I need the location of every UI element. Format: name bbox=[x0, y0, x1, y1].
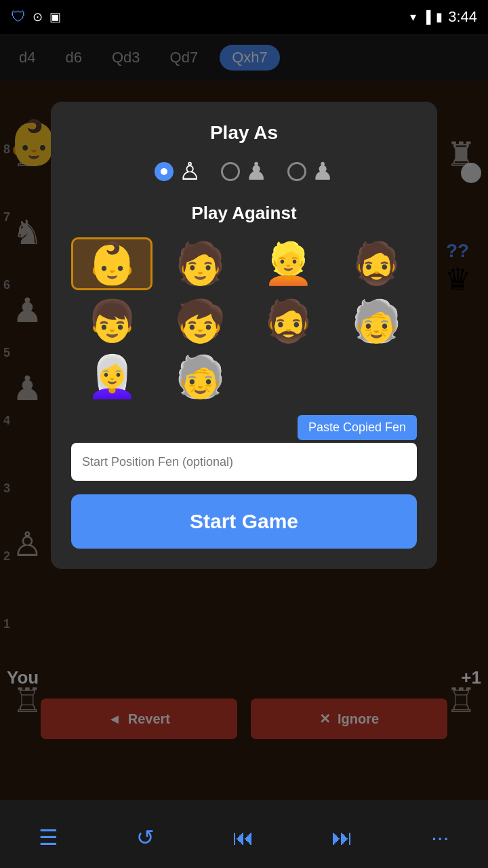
opponent-8[interactable]: 👩‍🦳 bbox=[71, 353, 152, 401]
black-piece-icon: ♟ bbox=[245, 157, 267, 186]
play-as-white-option[interactable]: ♙ bbox=[155, 157, 201, 186]
play-as-black-option[interactable]: ♟ bbox=[221, 157, 267, 186]
dots-icon: ⊙ bbox=[33, 9, 43, 24]
opponent-7-emoji: 🧓 bbox=[351, 301, 402, 342]
opponent-4-emoji: 👦 bbox=[87, 301, 138, 342]
opponent-9-emoji: 🧓 bbox=[175, 357, 226, 397]
bottom-nav: ☰ ↺ ⏮ ⏭ ··· bbox=[0, 807, 488, 868]
play-against-title: Play Against bbox=[191, 203, 296, 224]
opponent-1[interactable]: 🧑 bbox=[159, 237, 241, 290]
radio-white[interactable] bbox=[155, 162, 174, 181]
nav-prev-icon[interactable]: ⏮ bbox=[232, 825, 254, 850]
start-game-button[interactable]: Start Game bbox=[71, 494, 417, 549]
play-as-random-option[interactable]: ♟ bbox=[287, 157, 333, 186]
nav-more-icon[interactable]: ··· bbox=[431, 825, 449, 850]
opponent-4[interactable]: 👦 bbox=[71, 297, 152, 346]
shield-icon: 🛡 bbox=[11, 8, 26, 26]
status-bar-left: 🛡 ⊙ ▣ bbox=[11, 8, 61, 26]
status-bar: 🛡 ⊙ ▣ ▾ ▐ ▮ 3:44 bbox=[0, 0, 488, 34]
opponent-3-emoji: 🧔 bbox=[351, 243, 402, 284]
radio-random[interactable] bbox=[287, 162, 306, 181]
status-time: 3:44 bbox=[448, 8, 477, 26]
play-dialog: Play As ♙ ♟ ♟ Play Against 👶 bbox=[51, 102, 437, 569]
nav-replay-icon[interactable]: ↺ bbox=[136, 825, 155, 850]
fen-input[interactable] bbox=[71, 443, 417, 481]
opponent-5-emoji: 🧒 bbox=[175, 301, 226, 342]
sim-icon: ▣ bbox=[49, 9, 61, 24]
opponent-9[interactable]: 🧓 bbox=[159, 353, 241, 401]
opponent-3[interactable]: 🧔 bbox=[336, 237, 417, 290]
opponent-6[interactable]: 🧔 bbox=[247, 297, 329, 346]
opponent-2-emoji: 👱 bbox=[263, 243, 314, 284]
fen-section: Paste Copied Fen bbox=[71, 415, 417, 481]
random-piece-icon: ♟ bbox=[312, 157, 333, 186]
play-as-title: Play As bbox=[210, 122, 278, 144]
signal-icon: ▐ bbox=[422, 10, 430, 24]
opponent-6-emoji: 🧔 bbox=[263, 301, 314, 342]
paste-fen-button[interactable]: Paste Copied Fen bbox=[298, 415, 417, 440]
opponent-1-emoji: 🧑 bbox=[175, 243, 226, 284]
play-as-options: ♙ ♟ ♟ bbox=[155, 157, 333, 186]
battery-icon: ▮ bbox=[436, 9, 443, 24]
opponent-5[interactable]: 🧒 bbox=[159, 297, 241, 346]
opponent-8-emoji: 👩‍🦳 bbox=[87, 357, 138, 397]
white-piece-icon: ♙ bbox=[179, 157, 201, 186]
baby-emoji: 👶 bbox=[87, 243, 138, 284]
wifi-icon: ▾ bbox=[410, 9, 416, 24]
opponent-grid: 👶 🧑 👱 🧔 👦 🧒 🧔 🧓 bbox=[71, 237, 417, 401]
opponent-7[interactable]: 🧓 bbox=[336, 297, 417, 346]
nav-next-icon[interactable]: ⏭ bbox=[331, 825, 353, 850]
modal-overlay: Play As ♙ ♟ ♟ Play Against 👶 bbox=[0, 34, 488, 800]
opponent-baby[interactable]: 👶 bbox=[71, 237, 152, 290]
opponent-2[interactable]: 👱 bbox=[247, 237, 329, 290]
nav-menu-icon[interactable]: ☰ bbox=[39, 825, 58, 850]
radio-black[interactable] bbox=[221, 162, 240, 181]
status-bar-right: ▾ ▐ ▮ 3:44 bbox=[410, 8, 477, 26]
